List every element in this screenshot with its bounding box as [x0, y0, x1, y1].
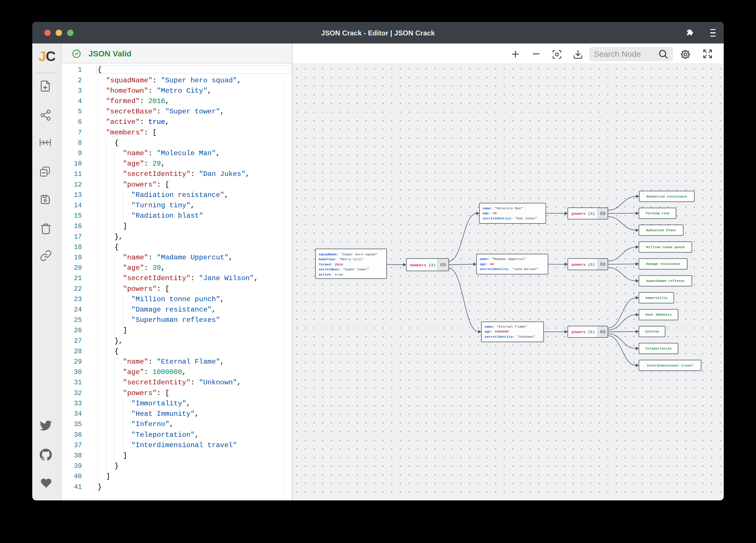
svg-text:secretIdentity: "Jane Wilson": secretIdentity: "Jane Wilson" [480, 267, 538, 271]
svg-text:age: 1000000: age: 1000000 [485, 330, 509, 334]
svg-text:formed: 2016: formed: 2016 [319, 263, 343, 267]
svg-text:Radiation resistance: Radiation resistance [647, 195, 687, 199]
svg-text:Teleportation: Teleportation [645, 347, 672, 351]
svg-text:age: 29: age: 29 [483, 211, 497, 215]
svg-text:squadName: "Super hero squad": squadName: "Super hero squad" [319, 253, 377, 257]
svg-text:secretBase: "Super tower": secretBase: "Super tower" [319, 268, 369, 272]
svg-text:age: 39: age: 39 [480, 262, 494, 266]
svg-text:Inferno: Inferno [645, 330, 659, 334]
svg-text:Superhuman reflexes: Superhuman reflexes [646, 279, 685, 283]
svg-text:Radiation blast: Radiation blast [646, 228, 676, 232]
svg-text:powers (3): powers (3) [572, 212, 595, 216]
svg-text:secretIdentity: "Dan Jukes": secretIdentity: "Dan Jukes" [483, 217, 537, 221]
svg-text:Million tonne punch: Million tonne punch [646, 245, 685, 249]
svg-text:name: "Madame Uppercut": name: "Madame Uppercut" [480, 257, 526, 261]
svg-text:powers (5): powers (5) [572, 330, 595, 334]
svg-text:Heat Immunity: Heat Immunity [645, 313, 672, 317]
svg-text:Interdimensional travel: Interdimensional travel [647, 364, 693, 368]
svg-text:Damage resistance: Damage resistance [646, 262, 680, 266]
svg-text:members (3): members (3) [410, 263, 436, 267]
svg-text:Turning tiny: Turning tiny [645, 211, 670, 215]
svg-text:powers (3): powers (3) [572, 262, 595, 267]
svg-text:Immortality: Immortality [645, 296, 667, 300]
svg-text:homeTown: "Metro City": homeTown: "Metro City" [319, 258, 363, 262]
svg-text:name: "Molecule Man": name: "Molecule Man" [483, 207, 523, 211]
svg-text:name: "Eternal Flame": name: "Eternal Flame" [485, 325, 527, 329]
svg-text:active: true: active: true [319, 272, 343, 277]
svg-text:secretIdentity: "Unknown": secretIdentity: "Unknown" [485, 335, 535, 339]
